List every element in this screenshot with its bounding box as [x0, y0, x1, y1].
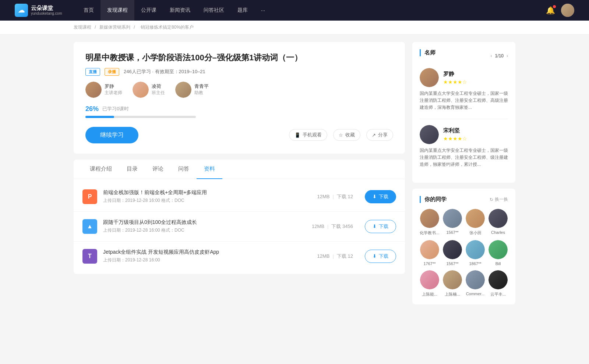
teacher-role: 班主任: [152, 90, 165, 96]
resource-icon: ▲: [82, 219, 97, 234]
header: ☁ 云朵课堂 yunduoketang.com 首页发现课程公开课新闻资讯问答社…: [0, 0, 589, 21]
breadcrumb-link-2[interactable]: 新媒体营销系列: [99, 25, 130, 30]
teacher-card-desc: 国内某重点大学安全工程专业硕士，国家一级注册消防工程师、注册安全工程师、高级注册…: [420, 90, 508, 111]
nav-item-新闻资讯[interactable]: 新闻资讯: [163, 0, 197, 21]
classmate-item[interactable]: Charles: [488, 209, 508, 236]
resource-sub: 上传日期：2019-12-28 16:00 格式：DOC: [103, 197, 311, 204]
classmate-avatar: [420, 240, 439, 259]
classmate-item[interactable]: Commer...: [465, 270, 485, 297]
download-icon: ⬇: [373, 224, 377, 229]
resource-stats: 12MB | 下载 3456: [312, 223, 353, 230]
teacher-card-name: 宋利坚: [443, 127, 467, 134]
resource-downloads: 下载 12: [337, 253, 353, 260]
sidebar-teacher-card: 罗静 ★★★★☆ 国内某重点大学安全工程专业硕士，国家一级注册消防工程师、注册安…: [420, 68, 508, 111]
classmate-name: Charles: [491, 230, 505, 235]
classmates-card: 你的同学 ↻ 换一换 化学教书... 1567** 张小田 Charles: [412, 189, 515, 304]
classmate-avatar: [443, 209, 462, 228]
notification-dot: [553, 5, 556, 8]
nav-item-发现课程[interactable]: 发现课程: [100, 0, 134, 21]
resource-name: 跟随千万级项目从0到100全过程高效成长: [103, 219, 306, 226]
main-layout: 明星中教授课，小学阶段语法100分–强化级第1讲动词（一） 直播 录播 246人…: [0, 35, 589, 318]
tab-目录[interactable]: 目录: [119, 160, 145, 179]
resource-size: 12MB: [317, 253, 330, 259]
user-avatar[interactable]: [561, 4, 574, 17]
teachers-sidebar-card: 名师 ‹ 1/10 › 罗静 ★★★★☆: [412, 42, 515, 183]
course-meta-text: 246人已学习 · 有效期至：2019–10–21: [124, 68, 205, 75]
teacher-avatar: [85, 82, 102, 98]
resource-icon: P: [82, 189, 97, 204]
classmate-name: 上陈楠...: [445, 292, 460, 297]
classmate-name: 云平丰...: [490, 292, 506, 297]
course-title: 明星中教授课，小学阶段语法100分–强化级第1讲动词（一）: [85, 52, 393, 64]
resource-sub: 上传日期：2019-12-28 16:00 格式：DOC: [103, 227, 306, 233]
logo-icon: ☁: [15, 4, 28, 17]
teacher-card: 宋利坚 ★★★★☆ 国内某重点大学安全工程专业硕士，国家一级注册消防工程师、注册…: [420, 125, 508, 168]
logo[interactable]: ☁ 云朵课堂 yunduoketang.com: [15, 4, 62, 17]
classmate-item[interactable]: 1567**: [442, 240, 462, 266]
header-right: 🔔: [546, 4, 574, 17]
teacher-stars: ★★★★☆: [443, 136, 467, 142]
next-page-btn[interactable]: ›: [507, 53, 508, 58]
classmate-item[interactable]: 1767**: [420, 240, 440, 266]
classmates-title: 你的同学: [420, 196, 447, 203]
teachers-sidebar-title: 名师: [420, 49, 435, 56]
classmates-grid: 化学教书... 1567** 张小田 Charles 1767** 1567**…: [420, 209, 508, 297]
classmate-avatar: [489, 240, 508, 259]
classmate-item[interactable]: 张小田: [465, 209, 485, 236]
progress-bar-fill: [85, 116, 114, 118]
download-button[interactable]: ⬇ 下载: [365, 190, 396, 203]
download-button[interactable]: ⬇ 下载: [365, 250, 396, 263]
classmate-name: 张小田: [469, 230, 482, 236]
tab-评论[interactable]: 评论: [145, 160, 171, 179]
mobile-watch-button[interactable]: 📱 手机观看: [289, 129, 327, 141]
share-button[interactable]: ↗ 分享: [366, 129, 393, 141]
download-button[interactable]: ⬇ 下载: [365, 220, 396, 233]
prev-page-btn[interactable]: ‹: [491, 53, 492, 58]
classmate-item[interactable]: 上陈楠...: [442, 270, 462, 297]
download-icon: ⬇: [373, 253, 377, 259]
breadcrumb: 发现课程 / 新媒体营销系列 / 销冠修炼术搞定80%的客户: [0, 21, 589, 35]
teachers-row: 罗静 主讲老师 凌荷 班主任 青青平 助教: [85, 82, 393, 98]
nav-item-···[interactable]: ···: [254, 0, 272, 21]
nav-item-题库[interactable]: 题库: [231, 0, 254, 21]
refresh-button[interactable]: ↻ 换一换: [490, 196, 508, 203]
tabs-section: 课程介绍目录评论问答资料 P 前端全栈加强版！前端全栈+全周期+多端应用 上传日…: [74, 160, 405, 274]
tab-资料[interactable]: 资料: [197, 160, 222, 179]
teacher-info: 凌荷 班主任: [152, 83, 165, 96]
classmate-item[interactable]: Bill: [488, 240, 508, 266]
star-icon: ☆: [339, 132, 343, 138]
badge-live: 直播: [85, 68, 100, 76]
action-buttons: 📱 手机观看 ☆ 收藏 ↗ 分享: [289, 129, 393, 141]
continue-button[interactable]: 继续学习: [85, 127, 138, 143]
nav-item-问答社区[interactable]: 问答社区: [197, 0, 231, 21]
classmate-item[interactable]: 上陈能...: [420, 270, 440, 297]
action-row: 继续学习 📱 手机观看 ☆ 收藏 ↗ 分享: [85, 127, 393, 143]
progress-header: 26% 已学习0课时: [85, 105, 393, 113]
main-nav: 首页发现课程公开课新闻资讯问答社区题库···: [77, 0, 546, 21]
progress-section: 26% 已学习0课时: [85, 105, 393, 118]
classmate-name: Commer...: [466, 292, 485, 296]
resource-item: T Jetpack全组件实战 开发短视频应用高仿皮皮虾App 上传日期：2019…: [74, 242, 405, 271]
teacher-name: 凌荷: [152, 83, 165, 90]
resource-downloads: 下载 12: [337, 193, 353, 200]
breadcrumb-current: 销冠修炼术搞定80%的客户: [141, 25, 194, 30]
nav-item-公开课[interactable]: 公开课: [134, 0, 163, 21]
teacher-item: 青青平 助教: [175, 82, 209, 98]
tab-问答[interactable]: 问答: [171, 160, 197, 179]
classmate-item[interactable]: 云平丰...: [488, 270, 508, 297]
tab-课程介绍[interactable]: 课程介绍: [82, 160, 119, 179]
classmate-item[interactable]: 化学教书...: [420, 209, 440, 236]
resource-info: 跟随千万级项目从0到100全过程高效成长 上传日期：2019-12-28 16:…: [103, 219, 306, 233]
classmate-avatar: [420, 270, 439, 289]
sidebar-teachers-list: 罗静 ★★★★☆ 国内某重点大学安全工程专业硕士，国家一级注册消防工程师、注册安…: [420, 68, 508, 168]
progress-bar-bg: [85, 116, 196, 118]
classmate-name: 化学教书...: [420, 230, 439, 236]
teacher-role: 主讲老师: [105, 90, 122, 96]
breadcrumb-link-1[interactable]: 发现课程: [74, 25, 91, 30]
classmate-item[interactable]: 1567**: [442, 209, 462, 236]
notification-bell[interactable]: 🔔: [546, 6, 555, 15]
nav-item-首页[interactable]: 首页: [77, 0, 100, 21]
classmate-avatar: [466, 209, 485, 228]
collect-button[interactable]: ☆ 收藏: [333, 129, 360, 141]
classmate-item[interactable]: 1867**: [465, 240, 485, 266]
